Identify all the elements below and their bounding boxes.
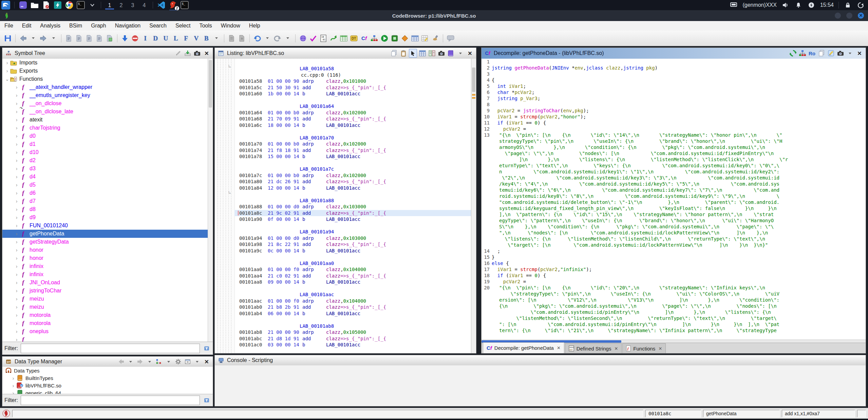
power-manager-icon[interactable] [807, 1, 815, 9]
listing-scrollbar[interactable] [471, 59, 476, 353]
data-type-manager-header[interactable]: DT Data Type Manager ✕ [2, 357, 213, 367]
copy-block-icon[interactable] [74, 34, 84, 43]
listing-row-00101a80[interactable]: 00101a80 21 dc 26 91 add clazz=>s_{_"pin… [234, 178, 471, 185]
function-item-__atexit_handler_wrapper[interactable]: › f __atexit_handler_wrapper [2, 83, 213, 91]
listing-label[interactable]: LAB_00101ab8 [234, 323, 471, 329]
expander-icon[interactable]: › [14, 198, 19, 204]
listing-row-00101a74[interactable]: 00101a74 21 f8 18 91 add clazz=>s_{_"pin… [234, 147, 471, 154]
decompile-line-wrap[interactable]: \"target\": [\n \"com.android.systemui:i… [482, 242, 866, 248]
expander-icon[interactable]: › [14, 337, 19, 342]
decompile-line-3[interactable]: 3 [482, 71, 866, 77]
caretd-icon[interactable] [165, 358, 173, 366]
expander-icon[interactable]: › [14, 125, 19, 131]
edit-doc-icon[interactable] [827, 49, 835, 57]
decompile-line-wrap[interactable]: ": [\n \"com.android.systemui:id/pinEntr… [482, 321, 866, 327]
decompile-line-wrap[interactable]: \"page\": \"\",\n \"nodes\": [\n \"com.a… [482, 150, 866, 156]
save-icon[interactable] [3, 34, 13, 43]
function-item-getPhoneData[interactable]: › f getPhoneData [2, 230, 213, 238]
expander-icon[interactable]: › [14, 231, 19, 236]
function-item-d5[interactable]: › f d5 [2, 181, 213, 189]
copy-block-icon[interactable] [84, 34, 94, 43]
caret-icon[interactable] [87, 0, 97, 10]
cf-badge-icon[interactable]: Cf [359, 34, 369, 43]
function-item-d10[interactable]: › f d10 [2, 148, 213, 156]
function-item-jstringToChar[interactable]: › f jstringToChar [2, 287, 213, 295]
function-item-atexit[interactable]: › f atexit [2, 116, 213, 124]
down-arrow-icon[interactable] [120, 34, 130, 43]
function-item-d8[interactable]: › f d8 [2, 205, 213, 213]
decompile-line-wrap[interactable]: ]\n },\n \"listens\": {\n \"listenMethod… [482, 156, 866, 163]
menu-navigation[interactable]: Navigation [111, 23, 145, 29]
listing-row-00101a98[interactable]: 00101a98 21 8c 22 91 add clazz=>s_{_"pin… [234, 241, 471, 248]
expander-icon[interactable]: › [14, 101, 19, 106]
import-arrow-icon[interactable] [184, 49, 192, 57]
listing-row-00101a84[interactable]: 00101a84 12 00 00 14 b LAB_00101acc [234, 185, 471, 191]
expander-icon[interactable]: › [14, 141, 19, 147]
decompile-line-wrap[interactable]: {\n \"pkg\": \"com.android.systemui\",\n… [482, 303, 866, 309]
decompile-line-9[interactable]: 9 pcVar2 = jstringToChar(env,pkg); [482, 108, 866, 114]
console-header[interactable]: Console - Scripting [215, 355, 866, 366]
dtm-filter-options-icon[interactable] [203, 396, 211, 404]
listing-row-00101a70[interactable]: 00101a70 01 00 00 b0 adrp clazz,0x102000 [234, 141, 471, 147]
menu-help[interactable]: Help [245, 23, 265, 29]
caretd-icon[interactable] [49, 34, 58, 43]
expander-icon[interactable]: › [14, 190, 19, 196]
filter-options-icon[interactable] [203, 344, 211, 352]
listing-row-00101a88[interactable]: 00101a88 01 00 00 d0 adrp clazz,0x103000 [234, 204, 471, 210]
decompile-line-wrap[interactable]: tern\": {\n \"id\": \"21\",\n \"strategy… [482, 327, 866, 333]
decompile-line-wrap[interactable]: egyType\": \"pattern\",\n \"useIn\": {\n… [482, 217, 866, 224]
listing-row-00101a68[interactable]: 00101a68 21 70 09 91 add clazz=>s_{_"pin… [234, 116, 471, 122]
listing-row-00101ab4[interactable]: 00101ab4 06 00 00 14 b LAB_00101acc [234, 310, 471, 317]
listing-row-00101abc[interactable]: 00101abc 21 d8 1d 91 add clazz=>s_{_"pin… [234, 336, 471, 342]
caretd-icon[interactable] [263, 34, 272, 43]
decompile-line-wrap[interactable]: \"com.android.systemui:id/pinEntry\"\n ]… [482, 309, 866, 315]
expander-icon[interactable]: › [14, 207, 19, 212]
function-item-d2[interactable]: › f d2 [2, 156, 213, 165]
merge-b-icon[interactable] [237, 34, 247, 43]
decompile-header[interactable]: Cf Decompile: getPhoneData - (libVPhLfFB… [482, 48, 866, 59]
letter-D-icon[interactable]: D [151, 34, 160, 43]
expander-icon[interactable]: › [14, 182, 19, 188]
copy-pages-icon[interactable] [390, 49, 398, 57]
clock[interactable]: 15:54 [820, 2, 834, 8]
back-gray-icon[interactable] [117, 358, 125, 366]
camera-icon[interactable] [193, 49, 201, 57]
ghidra-status-dragon-icon[interactable] [2, 409, 10, 418]
fields-table-icon[interactable] [418, 49, 427, 57]
cursor-tool-icon[interactable] [409, 49, 417, 57]
symbol-tree-header[interactable]: Symbol Tree ✕ [2, 48, 213, 59]
workspace-1[interactable]: 1 [104, 2, 115, 8]
listing-row-00101aa4[interactable]: 00101aa4 21 c0 02 91 add clazz=>s_{_"pin… [234, 273, 471, 279]
close-x-icon[interactable]: ✕ [203, 49, 211, 57]
kali-menu-icon[interactable] [1, 0, 11, 10]
tab-defined-strings[interactable]: 0101DAT Defined Strings ✕ [565, 343, 622, 353]
ghidra-dragon-icon[interactable]: 2 [168, 0, 178, 10]
decompile-line-18[interactable]: 18 if (iVar1 == 0) { [482, 272, 866, 279]
decompile-line-7[interactable]: 7 jstring p_Var3; [482, 95, 866, 101]
expander-icon[interactable]: › [11, 390, 16, 394]
expander-icon[interactable]: › [14, 312, 19, 318]
letter-I-icon[interactable]: I [140, 34, 150, 43]
decompile-line-6[interactable]: 6 char *pcVar2; [482, 89, 866, 95]
symbol-tree-filter-input[interactable] [21, 344, 200, 353]
decompile-line-wrap[interactable]: "com.android.systemui:id/delete_button\"… [482, 199, 866, 205]
caretd-icon[interactable] [146, 358, 154, 366]
tree-item-exports[interactable]: › Exports [2, 67, 213, 75]
volume-icon[interactable] [781, 1, 790, 9]
expander-icon[interactable]: › [11, 375, 16, 381]
listing-label[interactable]: LAB_00101a70 [234, 135, 471, 141]
disable-icon[interactable] [130, 34, 140, 43]
listing-row-00101a90[interactable]: 00101a90 0f 00 00 14 b LAB_00101acc [234, 216, 471, 223]
function-item[interactable]: › f [2, 336, 213, 342]
decompile-line-8[interactable]: 8 [482, 101, 866, 108]
caretd-icon[interactable] [193, 358, 201, 366]
expander-icon[interactable]: › [14, 215, 19, 220]
function-item-JNI_OnLoad[interactable]: › f JNI_OnLoad [2, 279, 213, 287]
decompile-line-wrap[interactable]: ersion\": [\n \"V12\",\n \"V13\"\n ]\n }… [482, 297, 866, 303]
undo-icon[interactable] [252, 34, 262, 43]
decompile-line-wrap[interactable]: ",\n \"nodes\": [\n \"com.android.system… [482, 230, 866, 236]
function-item-d6[interactable]: › f d6 [2, 189, 213, 197]
menu-tools[interactable]: Tools [195, 23, 216, 29]
decompile-line-4[interactable]: 4{ [482, 77, 866, 83]
decompile-line-20[interactable]: 20"{\n \"pin\": [\n {\n \"id\": \"20\",\… [482, 285, 866, 291]
